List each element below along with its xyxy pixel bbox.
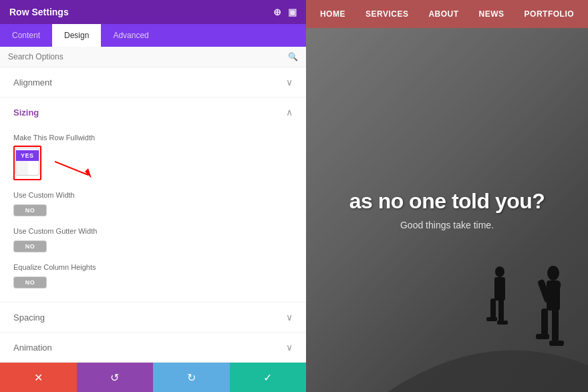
nav-portfolio[interactable]: PORTFOLIO: [525, 9, 575, 19]
custom-gutter-toggle[interactable]: NO: [13, 240, 47, 252]
svg-rect-11: [494, 277, 505, 301]
custom-gutter-label: Use Custom Gutter Width: [13, 227, 293, 235]
equalize-columns-toggle[interactable]: NO: [13, 276, 47, 288]
expand-icon[interactable]: ▣: [288, 7, 297, 17]
panel-footer: ✕ ↺ ↻ ✓: [0, 363, 306, 392]
custom-width-no-btn: NO: [14, 205, 46, 216]
fullwidth-toggle-wrapper: YES: [13, 146, 41, 180]
sizing-chevron-icon: ∧: [286, 107, 293, 118]
svg-line-0: [55, 162, 88, 175]
svg-point-2: [547, 266, 559, 280]
panel-body: Alignment ∨ Sizing ∧ Make This Row Fullw…: [0, 67, 306, 363]
website-preview: HOME SERVICES ABOUT NEWS PORTFOLIO: [306, 0, 588, 392]
custom-gutter-field: Use Custom Gutter Width NO: [13, 227, 293, 252]
nav-news[interactable]: NEWS: [479, 9, 504, 19]
alignment-chevron-icon: ∨: [286, 77, 293, 87]
svg-point-10: [495, 266, 504, 277]
sizing-section-header[interactable]: Sizing ∧: [0, 97, 306, 124]
fullwidth-border-box: YES: [13, 146, 41, 180]
custom-gutter-no-btn: NO: [14, 241, 46, 252]
cancel-icon: ✕: [34, 371, 43, 384]
fullwidth-toggle-no-part: [16, 160, 28, 175]
sizing-section-content: Make This Row Fullwidth YES: [0, 124, 306, 303]
spacing-label: Spacing: [13, 313, 45, 323]
spacing-chevron-icon: ∨: [286, 312, 293, 323]
animation-chevron-icon: ∨: [286, 342, 293, 353]
tab-design[interactable]: Design: [52, 24, 101, 47]
preview-nav: HOME SERVICES ABOUT NEWS PORTFOLIO: [306, 0, 588, 28]
tab-content[interactable]: Content: [0, 24, 52, 47]
equalize-columns-label: Equalize Column Heights: [13, 263, 293, 271]
animation-label: Animation: [13, 343, 52, 353]
alignment-section-header[interactable]: Alignment ∨: [0, 67, 306, 97]
hero-subtext: Good things take time.: [349, 220, 545, 230]
skater-left-icon: [481, 265, 514, 345]
svg-rect-15: [497, 321, 508, 325]
save-icon: ✓: [263, 371, 272, 384]
nav-about[interactable]: ABOUT: [428, 9, 458, 19]
fullwidth-toggle[interactable]: YES: [15, 148, 39, 176]
tab-advanced[interactable]: Advanced: [101, 24, 160, 47]
redo-icon: ↻: [187, 371, 196, 384]
svg-rect-4: [541, 309, 548, 335]
search-input[interactable]: [8, 52, 288, 61]
preview-hero: as no one told you? Good things take tim…: [306, 28, 588, 392]
cancel-button[interactable]: ✕: [0, 363, 77, 392]
custom-width-toggle[interactable]: NO: [13, 204, 47, 216]
equalize-columns-no-btn: NO: [14, 277, 46, 288]
nav-home[interactable]: HOME: [320, 9, 345, 19]
sizing-section: Sizing ∧ Make This Row Fullwidth YES: [0, 97, 306, 303]
nav-services[interactable]: SERVICES: [365, 9, 408, 19]
undo-button[interactable]: ↺: [77, 363, 154, 392]
svg-rect-13: [498, 299, 504, 322]
svg-rect-7: [549, 341, 564, 346]
undo-icon: ↺: [110, 371, 119, 384]
panel-tabs: Content Design Advanced: [0, 24, 306, 47]
svg-rect-12: [490, 299, 496, 319]
custom-width-label: Use Custom Width: [13, 191, 293, 199]
search-icon: 🔍: [288, 52, 298, 61]
custom-width-field: Use Custom Width NO: [13, 191, 293, 216]
annotation-arrow: [55, 155, 102, 182]
row-settings-panel: Row Settings ⊕ ▣ Content Design Advanced…: [0, 0, 306, 392]
search-bar: 🔍: [0, 47, 306, 67]
spacing-section-header[interactable]: Spacing ∨: [0, 303, 306, 333]
save-button[interactable]: ✓: [230, 363, 307, 392]
equalize-columns-field: Equalize Column Heights NO: [13, 263, 293, 288]
svg-rect-5: [552, 309, 559, 342]
svg-rect-14: [486, 317, 497, 321]
panel-title: Row Settings: [9, 7, 69, 17]
settings-icon[interactable]: ⊕: [273, 7, 281, 17]
skater-right-icon: [528, 265, 575, 379]
svg-marker-1: [85, 168, 92, 178]
hero-text-block: as no one told you? Good things take tim…: [349, 190, 545, 230]
panel-header: Row Settings ⊕ ▣: [0, 0, 306, 24]
sizing-label: Sizing: [13, 108, 39, 118]
fullwidth-yes-btn: YES: [16, 150, 39, 161]
fullwidth-label: Make This Row Fullwidth: [13, 134, 293, 142]
svg-rect-6: [536, 334, 549, 339]
redo-button[interactable]: ↻: [153, 363, 230, 392]
hero-heading: as no one told you?: [349, 190, 545, 213]
fullwidth-field: Make This Row Fullwidth YES: [13, 134, 293, 180]
alignment-label: Alignment: [13, 77, 52, 87]
panel-header-icons: ⊕ ▣: [273, 7, 297, 17]
animation-section-header[interactable]: Animation ∨: [0, 333, 306, 363]
